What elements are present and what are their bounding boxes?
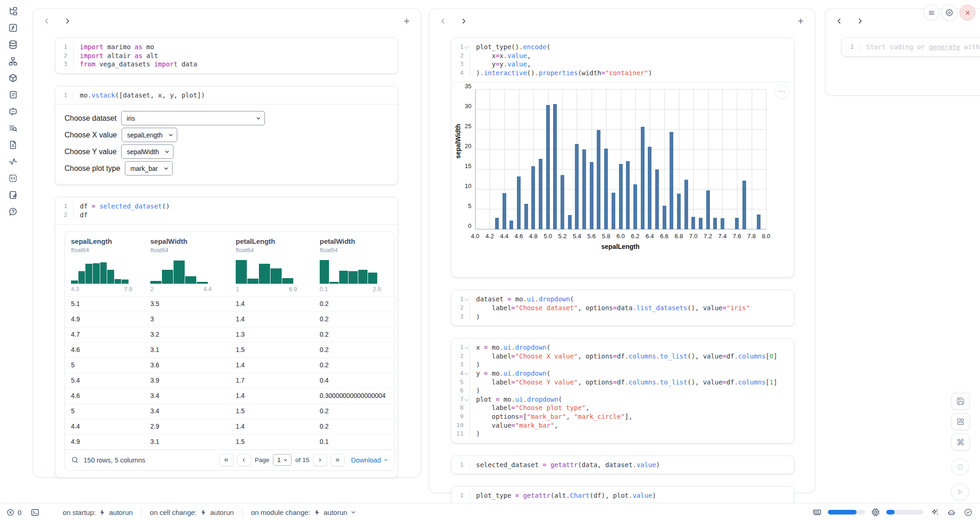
ai-sparkles-button[interactable] — [929, 507, 940, 518]
table-row[interactable]: 4.42.91.40.2setosa — [65, 419, 395, 434]
chart-bar[interactable] — [517, 176, 521, 229]
settings-gear-button[interactable] — [941, 5, 957, 20]
copilot-button[interactable] — [946, 507, 957, 518]
file-tree-icon[interactable] — [5, 3, 21, 20]
chart-bar[interactable] — [663, 206, 666, 230]
code-editor-placeholder[interactable]: Start coding or generate with AI — [860, 43, 980, 52]
chart-bar[interactable] — [561, 175, 564, 230]
function-square-icon[interactable] — [5, 20, 21, 36]
column-next-button[interactable] — [458, 16, 469, 26]
empty-cell[interactable]: 1 Start coding or generate with AI — [841, 38, 980, 57]
scroll-icon[interactable] — [5, 86, 21, 103]
chart-actions-button[interactable] — [774, 84, 789, 99]
chart-bar[interactable] — [604, 149, 608, 230]
stop-button[interactable] — [951, 458, 969, 475]
chart-bar[interactable] — [699, 218, 703, 230]
fold-chevron-icon[interactable] — [464, 43, 470, 52]
fold-chevron-icon[interactable] — [464, 369, 470, 378]
runtime-toggle-0[interactable]: on startup:autorun — [54, 508, 141, 516]
fold-chevron-icon[interactable] — [464, 395, 470, 404]
dataset-dropdown-cell[interactable]: 1dataset = mo.ui.dropdown(2 label="Choos… — [451, 290, 794, 326]
dropdown-select-0[interactable]: iris — [121, 111, 265, 125]
add-cell-button[interactable] — [795, 15, 806, 27]
table-row[interactable]: 4.63.41.40.30000000000000004setosa — [65, 388, 395, 404]
chart-bar[interactable] — [619, 164, 623, 229]
vstack-cell[interactable]: 1mo.vstack([dataset, x, y, plot]) Choose… — [55, 86, 398, 185]
column-header-petalWidth[interactable]: petalWidthfloat640.12.5 — [314, 232, 395, 296]
bar-chart[interactable]: 051015202530354.04.24.44.64.85.05.25.45.… — [475, 90, 766, 229]
activity-icon[interactable] — [5, 153, 21, 170]
dropdown-select-3[interactable]: mark_bar — [125, 161, 173, 176]
document-icon[interactable] — [5, 137, 21, 153]
dropdown-select-1[interactable]: sepalLength — [122, 128, 177, 142]
runtime-toggle-2[interactable]: on module change:autorun — [242, 508, 365, 516]
column-prev-button[interactable] — [834, 16, 845, 26]
plot-code[interactable]: 1plot_type().encode(2 x=x.value,3 y=y.va… — [451, 38, 794, 82]
imports-cell[interactable]: 1import marimo as mo2import altair as al… — [55, 38, 398, 74]
column-prev-button[interactable] — [41, 16, 52, 26]
column-header-petalLength[interactable]: petalLengthfloat6416.9 — [230, 232, 314, 296]
chart-bar[interactable] — [612, 193, 615, 229]
chart-bar[interactable] — [633, 184, 637, 229]
dataframe-code[interactable]: 1df = selected_dataset()2df — [55, 197, 398, 224]
chart-bar[interactable] — [742, 181, 746, 229]
controls-dropdown-cell[interactable]: 1x = mo.ui.dropdown(2 label="Choose X va… — [451, 338, 794, 443]
runtime-toggle-1[interactable]: on cell change:autorun — [141, 508, 242, 516]
table-row[interactable]: 4.73.21.30.2setosa — [65, 327, 395, 342]
chart-bar[interactable] — [568, 215, 572, 230]
shutdown-button[interactable] — [960, 5, 975, 20]
chart-bar[interactable] — [509, 221, 513, 230]
chart-bar[interactable] — [757, 215, 761, 230]
chart-bar[interactable] — [641, 127, 645, 230]
selected-dataset-cell[interactable]: 1selected_dataset = getattr(data, datase… — [451, 456, 794, 475]
code-snippet-icon[interactable] — [5, 170, 21, 187]
fold-chevron-icon[interactable] — [464, 295, 470, 304]
next-page-button[interactable] — [313, 454, 327, 466]
chart-bar[interactable] — [531, 166, 535, 230]
column-prev-button[interactable] — [438, 16, 448, 26]
terminal-button[interactable] — [30, 507, 40, 518]
chart-bar[interactable] — [670, 132, 673, 230]
table-row[interactable]: 53.41.50.2setosa — [65, 404, 395, 419]
column-next-button[interactable] — [62, 16, 73, 26]
chart-bar[interactable] — [495, 218, 499, 230]
chart-bar[interactable] — [655, 169, 659, 229]
layout-button[interactable] — [951, 413, 970, 430]
add-cell-button[interactable] — [401, 15, 413, 27]
chart-bar[interactable] — [553, 104, 557, 229]
table-row[interactable]: 53.61.40.2setosa — [65, 358, 395, 373]
search-icon[interactable] — [71, 456, 79, 464]
chart-bar[interactable] — [503, 193, 506, 229]
scratchpad-icon[interactable] — [5, 187, 21, 203]
menu-button[interactable] — [923, 5, 939, 20]
chart-bar[interactable] — [648, 147, 651, 230]
database-icon[interactable] — [5, 36, 21, 53]
vstack-code[interactable]: 1mo.vstack([dataset, x, y, plot]) — [55, 86, 398, 104]
chart-bar[interactable] — [582, 150, 586, 229]
dataframe-cell[interactable]: 1df = selected_dataset()2df sepalLengthf… — [55, 197, 398, 477]
controls-dropdown-code[interactable]: 1x = mo.ui.dropdown(2 label="Choose X va… — [451, 339, 794, 443]
connection-status-button[interactable] — [963, 507, 974, 518]
run-button[interactable] — [951, 483, 969, 501]
chart-bar[interactable] — [713, 218, 717, 229]
plot-type-code[interactable]: 1plot_type = getattr(alt.Chart(df), plot… — [451, 487, 794, 505]
plot-type-cell[interactable]: 1plot_type = getattr(alt.Chart(df), plot… — [451, 486, 794, 505]
chart-bar[interactable] — [524, 204, 528, 229]
dataset-dropdown-code[interactable]: 1dataset = mo.ui.dropdown(2 label="Choos… — [451, 290, 794, 326]
chat-bot-icon[interactable] — [5, 103, 21, 120]
chart-bar[interactable] — [590, 162, 593, 229]
plot-cell[interactable]: 1plot_type().encode(2 x=x.value,3 y=y.va… — [451, 38, 794, 278]
generate-link[interactable]: generate — [929, 43, 960, 51]
package-icon[interactable] — [5, 70, 21, 86]
column-next-button[interactable] — [855, 16, 865, 26]
table-row[interactable]: 5.13.51.40.2setosa — [65, 296, 395, 312]
table-row[interactable]: 4.63.11.50.2setosa — [65, 342, 395, 358]
last-page-button[interactable] — [331, 454, 345, 466]
prev-page-button[interactable] — [237, 454, 251, 466]
chart-bar[interactable] — [684, 180, 688, 230]
column-header-sepalLength[interactable]: sepalLengthfloat644.37.9 — [65, 232, 144, 296]
log-search-icon[interactable] — [5, 120, 21, 137]
selected-dataset-code[interactable]: 1selected_dataset = getattr(data, datase… — [451, 456, 794, 474]
chart-bar[interactable] — [677, 194, 681, 229]
table-row[interactable]: 4.931.40.2setosa — [65, 312, 395, 327]
